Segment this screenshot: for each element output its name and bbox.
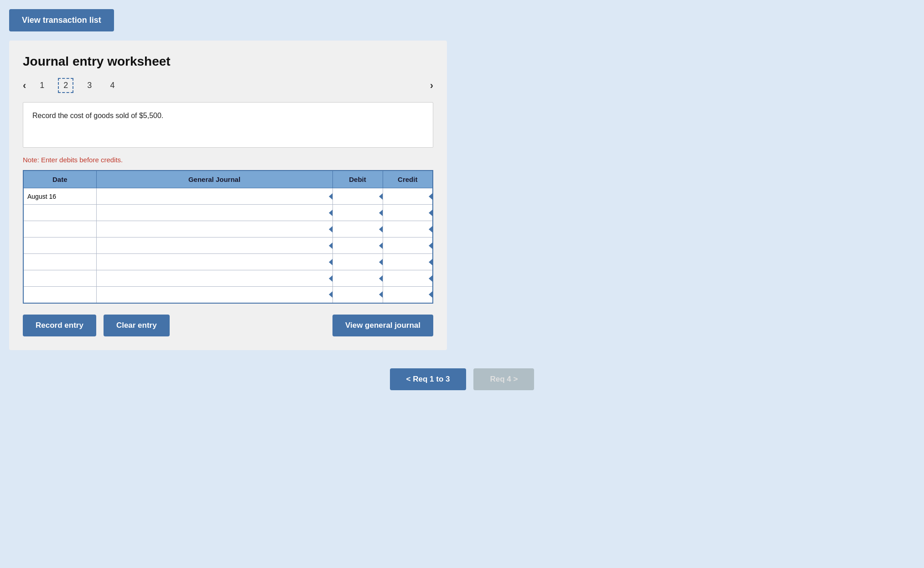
col-header-debit: Debit <box>332 170 383 188</box>
table-row <box>23 221 433 238</box>
debit-cell[interactable] <box>332 205 383 221</box>
date-cell[interactable] <box>23 205 96 221</box>
journal-cell[interactable] <box>96 270 332 287</box>
journal-cell[interactable] <box>96 221 332 238</box>
journal-input[interactable] <box>97 287 332 303</box>
cell-indicator-icon <box>379 193 383 200</box>
date-input[interactable] <box>24 238 96 253</box>
cell-indicator-icon <box>429 291 432 298</box>
cell-indicator-icon <box>379 243 383 249</box>
debit-cell[interactable] <box>332 270 383 287</box>
credit-cell[interactable] <box>383 238 433 254</box>
credit-input[interactable] <box>383 270 433 286</box>
journal-cell[interactable] <box>96 205 332 221</box>
main-card: Journal entry worksheet ‹ 1 2 3 4 › Reco… <box>9 41 447 350</box>
next-page-button[interactable]: › <box>430 80 433 92</box>
date-input[interactable] <box>24 287 96 303</box>
credit-cell[interactable] <box>383 270 433 287</box>
debit-cell[interactable] <box>332 238 383 254</box>
credit-cell[interactable] <box>383 188 433 205</box>
credit-input[interactable] <box>383 287 433 303</box>
debit-input[interactable] <box>333 254 383 270</box>
journal-cell[interactable] <box>96 188 332 205</box>
journal-input[interactable] <box>97 205 332 221</box>
date-cell[interactable] <box>23 287 96 303</box>
journal-cell[interactable] <box>96 254 332 270</box>
page-3[interactable]: 3 <box>83 79 96 92</box>
page-2[interactable]: 2 <box>58 78 73 93</box>
debit-input[interactable] <box>333 221 383 237</box>
page-1[interactable]: 1 <box>35 79 49 92</box>
buttons-row: Record entry Clear entry View general jo… <box>23 315 433 336</box>
view-general-journal-button[interactable]: View general journal <box>332 315 433 336</box>
record-entry-button[interactable]: Record entry <box>23 315 96 336</box>
date-value: August 16 <box>24 188 96 204</box>
credit-input[interactable] <box>383 238 433 253</box>
cell-indicator-icon <box>429 243 432 249</box>
debit-cell[interactable] <box>332 221 383 238</box>
journal-input[interactable] <box>97 221 332 237</box>
col-header-journal: General Journal <box>96 170 332 188</box>
cell-indicator-icon <box>429 193 432 200</box>
journal-input[interactable] <box>97 270 332 286</box>
cell-indicator-icon <box>329 226 332 232</box>
journal-input[interactable] <box>97 188 332 204</box>
cell-indicator-icon <box>429 210 432 216</box>
debit-input[interactable] <box>333 287 383 303</box>
cell-indicator-icon <box>329 210 332 216</box>
debit-cell[interactable] <box>332 254 383 270</box>
date-cell[interactable] <box>23 221 96 238</box>
credit-cell[interactable] <box>383 254 433 270</box>
date-input[interactable] <box>24 205 96 221</box>
pagination: ‹ 1 2 3 4 › <box>23 78 433 93</box>
cell-indicator-icon <box>429 259 432 265</box>
debit-input[interactable] <box>333 270 383 286</box>
note-text: Note: Enter debits before credits. <box>23 156 433 164</box>
date-input[interactable] <box>24 221 96 237</box>
date-cell[interactable] <box>23 238 96 254</box>
debit-cell[interactable] <box>332 188 383 205</box>
date-input[interactable] <box>24 270 96 286</box>
credit-input[interactable] <box>383 205 433 221</box>
table-row <box>23 287 433 303</box>
description-text: Record the cost of goods sold of $5,500. <box>32 112 163 119</box>
journal-table: Date General Journal Debit Credit August… <box>23 170 433 304</box>
credit-cell[interactable] <box>383 287 433 303</box>
top-bar: View transaction list <box>9 9 915 31</box>
prev-page-button[interactable]: ‹ <box>23 80 26 92</box>
req-1-to-3-button[interactable]: < Req 1 to 3 <box>390 368 467 390</box>
date-cell[interactable]: August 16 <box>23 188 96 205</box>
worksheet-title: Journal entry worksheet <box>23 54 433 69</box>
credit-input[interactable] <box>383 254 433 270</box>
date-cell[interactable] <box>23 254 96 270</box>
cell-indicator-icon <box>429 275 432 282</box>
cell-indicator-icon <box>329 193 332 200</box>
bottom-nav: < Req 1 to 3 Req 4 > <box>9 368 915 390</box>
table-row <box>23 238 433 254</box>
debit-input[interactable] <box>333 205 383 221</box>
cell-indicator-icon <box>329 275 332 282</box>
journal-input[interactable] <box>97 238 332 253</box>
cell-indicator-icon <box>429 226 432 232</box>
credit-input[interactable] <box>383 221 433 237</box>
journal-cell[interactable] <box>96 238 332 254</box>
cell-indicator-icon <box>329 243 332 249</box>
page-4[interactable]: 4 <box>105 79 119 92</box>
credit-input[interactable] <box>383 188 433 204</box>
req-4-button[interactable]: Req 4 > <box>473 368 534 390</box>
clear-entry-button[interactable]: Clear entry <box>104 315 170 336</box>
view-transaction-button[interactable]: View transaction list <box>9 9 114 31</box>
col-header-credit: Credit <box>383 170 433 188</box>
debit-cell[interactable] <box>332 287 383 303</box>
date-cell[interactable] <box>23 270 96 287</box>
debit-input[interactable] <box>333 238 383 253</box>
cell-indicator-icon <box>379 210 383 216</box>
credit-cell[interactable] <box>383 205 433 221</box>
cell-indicator-icon <box>329 291 332 298</box>
date-input[interactable] <box>24 254 96 270</box>
credit-cell[interactable] <box>383 221 433 238</box>
journal-input[interactable] <box>97 254 332 270</box>
description-box: Record the cost of goods sold of $5,500. <box>23 102 433 148</box>
debit-input[interactable] <box>333 188 383 204</box>
journal-cell[interactable] <box>96 287 332 303</box>
